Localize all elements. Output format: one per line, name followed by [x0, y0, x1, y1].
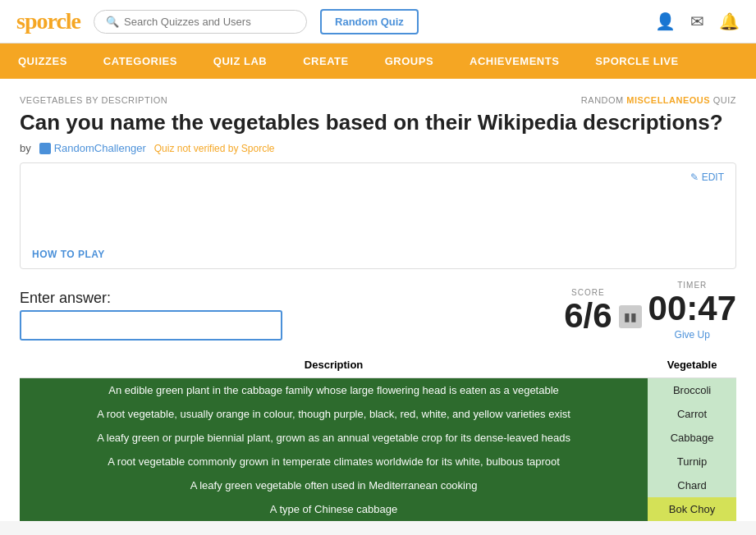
col-description-header: Description — [20, 352, 648, 378]
quiz-title: Can you name the vegetables based on the… — [20, 110, 736, 135]
breadcrumb: VEGETABLES BY DESCRIPTION — [20, 95, 167, 105]
random-label: RANDOM MISCELLANEOUS QUIZ — [581, 95, 736, 105]
col-vegetable-header: Vegetable — [648, 352, 736, 378]
bell-icon[interactable]: 🔔 — [719, 11, 740, 31]
main-content: VEGETABLES BY DESCRIPTION RANDOM MISCELL… — [0, 79, 756, 521]
vegetable-cell: Bok Choy — [648, 497, 736, 521]
score-block: SCORE 6/6 — [564, 288, 612, 333]
edit-label[interactable]: EDIT — [702, 171, 724, 183]
description-cell: A leafy green vegetable often used in Me… — [20, 473, 648, 497]
score-value: 6/6 — [564, 299, 612, 333]
vegetable-cell: Chard — [648, 473, 736, 497]
author-link[interactable]: RandomChallenger — [39, 142, 146, 154]
give-up-link[interactable]: Give Up — [675, 329, 710, 341]
site-logo[interactable]: sporcle — [16, 8, 80, 34]
header-icons: 👤 ✉ 🔔 — [655, 11, 740, 31]
search-icon: 🔍 — [106, 16, 119, 28]
nav-item-quizzes[interactable]: QUIZZES — [0, 43, 85, 79]
description-cell: A root vegetable commonly grown in tempe… — [20, 450, 648, 473]
nav-item-categories[interactable]: CATEGORIES — [85, 43, 195, 79]
vegetable-cell: Turnip — [648, 450, 736, 473]
quiz-play-area: ✎ EDIT HOW TO PLAY — [20, 162, 736, 269]
by-label: by — [20, 142, 31, 154]
answer-section: Enter answer: — [20, 290, 282, 341]
table-row: A type of Chinese cabbageBok Choy — [20, 497, 736, 521]
random-category[interactable]: MISCELLANEOUS — [626, 95, 710, 105]
description-cell: A root vegetable, usually orange in colo… — [20, 402, 648, 426]
nav-item-groups[interactable]: GROUPS — [367, 43, 451, 79]
pause-button[interactable]: ▮▮ — [619, 305, 642, 328]
table-row: A leafy green vegetable often used in Me… — [20, 473, 736, 497]
nav-item-quiz-lab[interactable]: QUIZ LAB — [195, 43, 285, 79]
site-header: sporcle 🔍 Random Quiz 👤 ✉ 🔔 — [0, 0, 756, 43]
table-row: A root vegetable commonly grown in tempe… — [20, 450, 736, 473]
random-quiz-button[interactable]: Random Quiz — [320, 9, 419, 34]
quiz-meta: by RandomChallenger Quiz not verified by… — [20, 142, 736, 154]
table-row: An edible green plant in the cabbage fam… — [20, 378, 736, 403]
description-cell: An edible green plant in the cabbage fam… — [20, 378, 648, 403]
vegetable-cell: Cabbage — [648, 426, 736, 450]
vegetable-cell: Carrot — [648, 402, 736, 426]
quiz-table: Description Vegetable An edible green pl… — [20, 352, 736, 521]
answer-label: Enter answer: — [20, 290, 282, 307]
vegetable-cell: Broccoli — [648, 378, 736, 403]
edit-button[interactable]: ✎ EDIT — [690, 171, 724, 183]
how-to-play-link[interactable]: HOW TO PLAY — [32, 249, 105, 260]
main-nav: QUIZZES CATEGORIES QUIZ LAB CREATE GROUP… — [0, 43, 756, 79]
edit-pencil-icon: ✎ — [690, 171, 699, 183]
timer-block: TIMER 00:47 Give Up — [648, 281, 736, 341]
answer-row: Enter answer: SCORE 6/6 ▮▮ TIMER 00:47 G… — [20, 269, 736, 349]
search-bar[interactable]: 🔍 — [94, 10, 307, 34]
nav-item-create[interactable]: CREATE — [285, 43, 366, 79]
user-icon[interactable]: 👤 — [655, 11, 676, 31]
author-name[interactable]: RandomChallenger — [54, 142, 146, 154]
author-icon — [39, 143, 51, 154]
table-row: A root vegetable, usually orange in colo… — [20, 402, 736, 426]
description-cell: A leafy green or purple biennial plant, … — [20, 426, 648, 450]
table-row: A leafy green or purple biennial plant, … — [20, 426, 736, 450]
search-input[interactable] — [124, 16, 295, 28]
nav-item-achievements[interactable]: ACHIEVEMENTS — [451, 43, 577, 79]
mail-icon[interactable]: ✉ — [690, 11, 704, 31]
score-timer-section: SCORE 6/6 ▮▮ TIMER 00:47 Give Up — [564, 281, 736, 341]
answer-input[interactable] — [20, 310, 282, 341]
description-cell: A type of Chinese cabbage — [20, 497, 648, 521]
nav-item-sporcle-live[interactable]: SPORCLE LIVE — [577, 43, 696, 79]
not-verified-badge: Quiz not verified by Sporcle — [154, 143, 275, 154]
timer-value: 00:47 — [648, 291, 736, 326]
quiz-header-row: VEGETABLES BY DESCRIPTION RANDOM MISCELL… — [20, 95, 736, 108]
